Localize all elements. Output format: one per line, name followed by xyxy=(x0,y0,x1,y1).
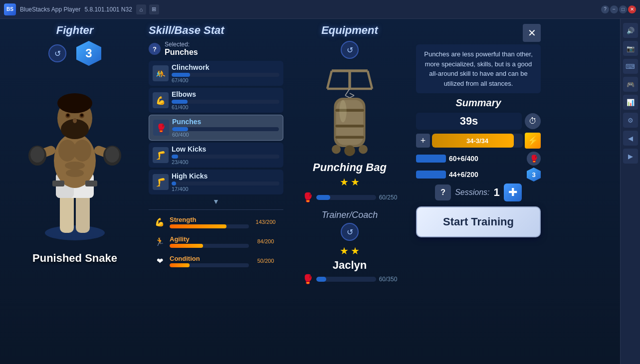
low-kicks-value: 23/400 xyxy=(172,159,279,165)
agility-value: 84/200 xyxy=(252,238,279,244)
stat2-value: 44+6/200 xyxy=(449,171,524,179)
equipment-refresh-button[interactable]: ↺ xyxy=(341,41,359,59)
equip-refresh-row: ↺ xyxy=(287,41,412,59)
condition-info: Condition xyxy=(170,255,249,267)
minimize-button[interactable]: − xyxy=(610,5,618,13)
equipment-name: Punching Bag xyxy=(313,161,387,174)
strength-info: Strength xyxy=(170,216,249,228)
fighter-name: Punished Snake xyxy=(32,252,117,265)
trainer-refresh-button[interactable]: ↺ xyxy=(341,223,359,241)
equipment-title: Equipment xyxy=(321,24,378,37)
trainer-stars: ★ ★ xyxy=(340,245,360,257)
clinchwork-bar xyxy=(172,73,279,77)
trainer-stat-row: 🥊 60/350 xyxy=(302,274,398,285)
svg-line-35 xyxy=(350,96,354,98)
sessions-help-button[interactable]: ? xyxy=(435,184,451,200)
close-button[interactable]: ✕ xyxy=(523,24,541,42)
equipment-stat-bar xyxy=(316,195,376,200)
sidebar-tool-stats[interactable]: 📊 xyxy=(623,95,638,110)
skill-item-low-kicks[interactable]: 🦵 Low Kicks 23/400 xyxy=(149,143,283,168)
skill-help-icon[interactable]: ? xyxy=(149,43,161,55)
scroll-indicator: ▼ xyxy=(149,196,283,206)
energy-plus-button[interactable]: + xyxy=(416,134,430,148)
stat2-row: 44+6/200 3 xyxy=(416,168,541,182)
svg-line-34 xyxy=(345,96,350,98)
sidebar-tool-camera[interactable]: 📷 xyxy=(623,41,638,56)
energy-bar: 34-3/34 xyxy=(432,134,523,148)
start-training-button[interactable]: Start Training xyxy=(416,206,541,237)
agility-icon: 🏃 xyxy=(153,234,167,248)
fighter-refresh-button[interactable]: ↺ xyxy=(48,44,66,62)
home-icon[interactable]: ⌂ xyxy=(136,4,146,14)
condition-bar-fill xyxy=(170,263,190,267)
trainer-stat-bar-fill xyxy=(316,277,326,282)
grid-icon[interactable]: ⊞ xyxy=(149,4,159,14)
svg-point-44 xyxy=(359,145,368,154)
condition-label: Condition xyxy=(170,255,249,262)
punches-bar xyxy=(172,127,279,131)
summary-time-row: 39s ⏱ xyxy=(416,113,541,130)
svg-rect-41 xyxy=(335,136,364,139)
svg-point-15 xyxy=(105,147,119,163)
title-bar-left: BS BlueStacks App Player 5.8.101.1001 N3… xyxy=(4,3,601,15)
equipment-stat-row: 🥊 60/250 xyxy=(302,192,398,203)
sidebar-tool-gamepad[interactable]: 🎮 xyxy=(623,77,638,92)
punches-value: 60/400 xyxy=(172,132,279,138)
skill-item-punches[interactable]: 🥊 Punches 60/400 xyxy=(149,115,283,141)
sessions-plus-button[interactable]: ✚ xyxy=(504,183,522,201)
summary-title: Summary xyxy=(416,97,541,109)
punches-name: Punches xyxy=(172,118,279,126)
skill-description: Punches are less powerful than other, mo… xyxy=(416,44,541,93)
svg-rect-26 xyxy=(52,181,64,186)
clinchwork-icon: 🤼 xyxy=(153,65,169,81)
fighter-character-svg xyxy=(25,73,125,243)
svg-point-45 xyxy=(344,145,355,156)
sidebar-tool-sound[interactable]: 🔊 xyxy=(623,23,638,38)
elbows-bar xyxy=(172,100,279,104)
clinchwork-info: Clinchwork 67/400 xyxy=(172,63,279,83)
elbows-value: 61/400 xyxy=(172,104,279,110)
skill-item-clinchwork[interactable]: 🤼 Clinchwork 67/400 xyxy=(149,61,283,86)
high-kicks-name: High Kicks xyxy=(172,172,279,180)
help-button[interactable]: ? xyxy=(601,5,609,13)
elbows-icon: 💪 xyxy=(153,92,169,108)
energy-row: + 34-3/34 ⚡ xyxy=(416,133,541,149)
skill-item-elbows[interactable]: 💪 Elbows 61/400 xyxy=(149,88,283,113)
condition-bar xyxy=(170,263,249,267)
low-kicks-bar xyxy=(172,155,279,159)
sidebar-tool-forward[interactable]: ▶ xyxy=(623,149,638,164)
stat2-bar xyxy=(416,171,446,179)
app-title: BlueStacks App Player xyxy=(20,6,80,13)
star-2: ★ xyxy=(351,176,360,188)
close-button[interactable]: ✕ xyxy=(628,5,636,13)
skill-item-high-kicks[interactable]: 🦵 High Kicks 17/400 xyxy=(149,170,283,194)
energy-text: 34-3/34 xyxy=(466,137,488,145)
game-area: Fighter ↺ 3 xyxy=(0,19,640,364)
equipment-glove-icon: 🥊 xyxy=(302,192,313,203)
app-version: 5.8.101.1001 N32 xyxy=(84,6,132,13)
svg-point-24 xyxy=(73,118,77,123)
svg-rect-40 xyxy=(335,125,364,127)
fighter-title: Fighter xyxy=(56,24,94,37)
selected-skill-name: Punches xyxy=(165,48,198,57)
summary-time: 39s xyxy=(416,113,522,130)
maximize-button[interactable]: □ xyxy=(619,5,627,13)
sidebar-tool-back[interactable]: ◀ xyxy=(623,131,638,146)
selected-label: Selected: xyxy=(165,41,198,48)
condition-value: 50/200 xyxy=(252,258,279,264)
stat1-value: 60+6/400 xyxy=(449,155,524,163)
sessions-row: ? Sessions: 1 ✚ xyxy=(416,183,541,201)
equipment-display xyxy=(300,61,400,161)
trainer-section: Trainer/Coach ↺ ★ ★ Jaclyn 🥊 60/350 xyxy=(287,210,412,287)
sidebar-tool-keyboard[interactable]: ⌨ xyxy=(623,59,638,74)
svg-point-42 xyxy=(339,100,346,123)
agility-label: Agility xyxy=(170,235,249,243)
sidebar-tool-settings[interactable]: ⚙ xyxy=(623,113,638,128)
agility-bar-fill xyxy=(170,244,203,248)
skill-divider xyxy=(149,209,283,210)
lightning-icon: ⚡ xyxy=(525,133,541,149)
trainer-stat-bar xyxy=(316,277,376,282)
stat2-bar-fill xyxy=(416,171,446,179)
strength-icon: 💪 xyxy=(153,215,167,229)
stat-agility: 🏃 Agility 84/200 xyxy=(149,232,283,250)
